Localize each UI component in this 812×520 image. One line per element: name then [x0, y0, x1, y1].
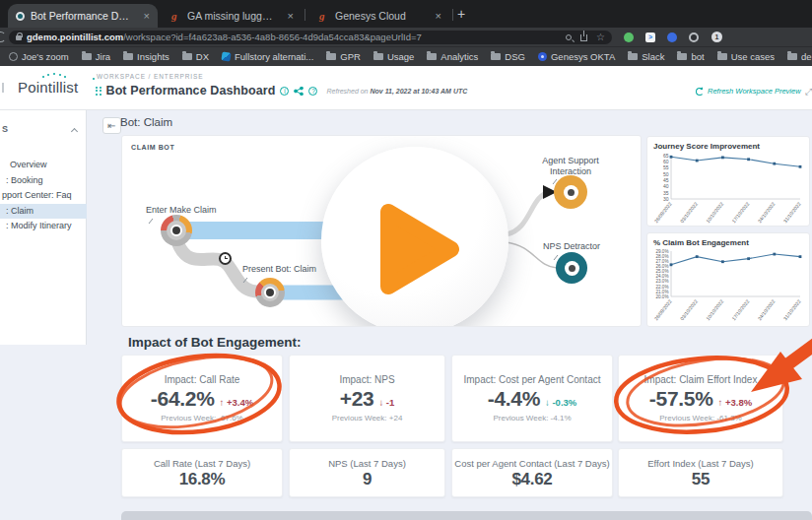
sidebar-item[interactable]: Overview: [0, 158, 87, 172]
svg-text:40: 40: [663, 183, 669, 189]
stat-card-title: Call Rate (Last 7 Days): [154, 458, 250, 469]
bookmark-item[interactable]: bot: [677, 51, 704, 62]
info-icon[interactable]: i: [280, 87, 289, 96]
screen: Bot Performance Dashboard×gGA missing lu…: [0, 0, 812, 520]
help-icon[interactable]: ?: [308, 87, 317, 96]
tab-title: Genesys Cloud: [335, 10, 426, 22]
profile-avatar[interactable]: 1: [711, 32, 722, 42]
impact-card-previous: Previous Week: -67.6%: [161, 414, 242, 422]
extension-icon-blue[interactable]: [667, 32, 677, 42]
bookmark-label: Fullstory alternati...: [235, 51, 313, 62]
bookmark-item[interactable]: Analytics: [427, 51, 478, 62]
browser-tab[interactable]: Bot Performance Dashboard×: [8, 4, 158, 28]
bookmark-label: GPR: [340, 51, 361, 62]
chart-card-journey-score: Journey Score Improvement 65605550454035…: [646, 136, 810, 227]
refreshed-timestamp: Refreshed on Nov 11, 2022 at 10:43 AM UT…: [326, 88, 467, 95]
sidebar-item[interactable]: : Modify Itinerary: [0, 219, 87, 233]
bookmark-item[interactable]: Slack: [628, 51, 664, 62]
bookmark-label: DSG: [505, 51, 525, 62]
sidebar-header: S: [2, 124, 8, 134]
journey-node-present-bot-claim[interactable]: [255, 278, 285, 307]
browser-tab[interactable]: gGA missing luggage bot - 9.0×: [164, 4, 302, 28]
sidebar-item[interactable]: pport Center: Faq: [0, 188, 87, 203]
refresh-workspace-preview-button[interactable]: Refresh Workspace Preview: [696, 87, 801, 96]
tab-close-icon[interactable]: ×: [144, 10, 150, 22]
svg-text:31/10/2022: 31/10/2022: [782, 201, 802, 225]
tab-title: Bot Performance Dashboard: [31, 10, 134, 22]
svg-text:26/09/2022: 26/09/2022: [653, 298, 673, 322]
share-icon[interactable]: [580, 34, 587, 41]
bookmark-item[interactable]: Usage: [373, 51, 414, 62]
bookmark-item[interactable]: Use cases: [717, 51, 775, 62]
svg-text:10/10/2022: 10/10/2022: [705, 298, 724, 322]
bookmark-label: Insights: [137, 51, 169, 62]
address-bar[interactable]: gdemo.pointillist.com/workspace?id=f4a62…: [9, 31, 612, 44]
share-nodes-icon[interactable]: [294, 87, 304, 96]
svg-text:31/10/2022: 31/10/2022: [782, 298, 802, 322]
svg-text:60: 60: [663, 159, 669, 164]
folder-icon: [787, 53, 797, 60]
sidebar-collapse-button[interactable]: ⇤: [102, 117, 121, 134]
new-tab-button[interactable]: +: [457, 5, 465, 23]
url-text: gdemo.pointillist.com/workspace?id=f4a62…: [27, 32, 422, 42]
bookmark-item[interactable]: Jira: [82, 51, 110, 62]
stat-card-title: NPS (Last 7 Days): [328, 458, 406, 469]
bookmarks-bar: Joe's zoomJiraInsightsDXFullstory altern…: [0, 46, 812, 66]
tab-separator: [304, 9, 305, 21]
impact-card-delta: ↑ +3.8%: [718, 397, 753, 408]
journey-node-enter-make-claim[interactable]: [161, 215, 192, 246]
bookmark-item[interactable]: Genesys OKTA: [538, 51, 615, 62]
bookmark-item[interactable]: demos: [787, 51, 812, 62]
extension-icon-green[interactable]: [624, 32, 634, 42]
sidebar-item[interactable]: : Booking: [0, 173, 87, 188]
stat-card: Effort Index (Last 7 Days)55: [618, 448, 783, 497]
tab-close-icon[interactable]: ×: [288, 10, 294, 22]
impact-card-delta: ↓ -1: [378, 397, 394, 408]
extension-icon-ring[interactable]: [689, 32, 699, 42]
menu-icon[interactable]: [0, 83, 4, 93]
bookmark-item[interactable]: DSG: [491, 51, 525, 62]
sidebar-item[interactable]: : Claim: [0, 204, 87, 219]
reload-icon[interactable]: [0, 32, 6, 42]
bookmark-label: Joe's zoom: [22, 51, 69, 62]
sidebar: S Overview: Bookingpport Center: Faq: Cl…: [0, 110, 87, 345]
bookmark-label: Usage: [387, 51, 414, 62]
svg-text:20.0%: 20.0%: [655, 294, 668, 299]
bookmark-item[interactable]: DX: [182, 51, 209, 62]
logo-dot: [47, 74, 49, 76]
section-title: Bot: Claim: [120, 116, 172, 128]
impact-card-previous: Previous Week: -61.3%: [659, 414, 741, 422]
impact-card-title: Impact: Call Rate: [165, 374, 240, 385]
app-logo: Pointillist: [18, 79, 78, 96]
bookmark-item[interactable]: Fullstory alternati...: [222, 51, 313, 62]
video-play-overlay[interactable]: [321, 147, 508, 327]
chevron-up-icon[interactable]: [71, 128, 78, 135]
bookmark-label: Jira: [96, 51, 110, 62]
bookmark-label: Use cases: [731, 51, 775, 62]
search-icon[interactable]: [566, 34, 572, 40]
bookmark-item[interactable]: Joe's zoom: [9, 51, 69, 62]
bookmark-label: Genesys OKTA: [551, 51, 615, 62]
extension-icon-arrow[interactable]: >: [645, 32, 655, 42]
expand-icon[interactable]: ⤢: [805, 88, 812, 97]
impact-card-value-row: +23↓ -1: [340, 387, 395, 411]
folder-icon: [326, 53, 336, 60]
svg-text:10/10/2022: 10/10/2022: [705, 201, 724, 225]
browser-tab[interactable]: gGenesys Cloud×: [311, 4, 449, 28]
svg-text:26/09/2022: 26/09/2022: [653, 201, 673, 225]
impact-card-delta: ↑ +3.4%: [220, 397, 254, 408]
stat-card-value: $4.62: [511, 470, 552, 489]
journey-node-agent-support[interactable]: [554, 175, 587, 209]
journey-node-label: Present Bot: Claim: [242, 264, 316, 275]
tab-close-icon[interactable]: ×: [436, 10, 441, 22]
svg-text:24/10/2022: 24/10/2022: [756, 298, 776, 322]
drag-grip-icon[interactable]: [96, 87, 102, 96]
bookmark-star-icon[interactable]: ☆: [596, 32, 605, 42]
bookmark-item[interactable]: GPR: [326, 51, 361, 62]
bookmark-item[interactable]: Insights: [123, 51, 169, 62]
folder-icon: [677, 53, 687, 60]
svg-text:65: 65: [663, 153, 669, 159]
bookmark-label: bot: [691, 51, 704, 62]
journey-node-nps-detractor[interactable]: [556, 252, 587, 284]
impact-heading: Impact of Bot Engagement:: [128, 335, 302, 350]
